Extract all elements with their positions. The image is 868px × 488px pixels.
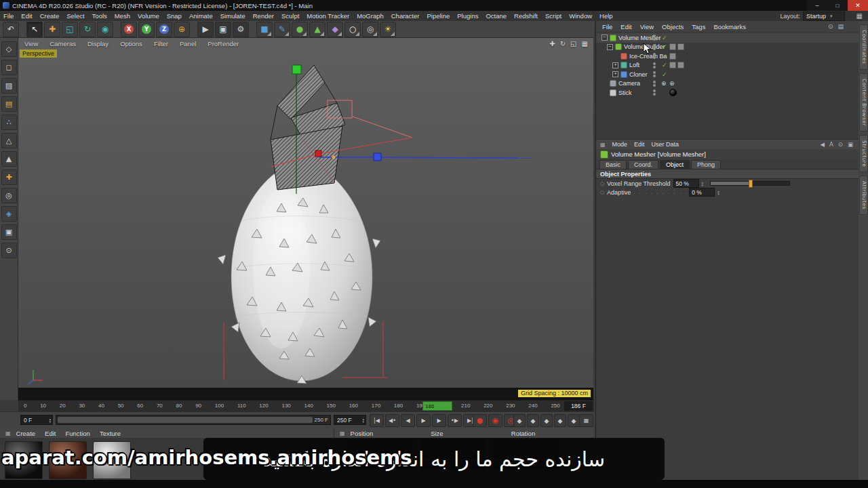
menu-item[interactable]: User Data [652,141,679,148]
record-rotation-toggle[interactable]: ◆ [540,414,553,427]
menu-item[interactable]: Plugins [457,12,478,20]
convert-object-icon[interactable]: ◇ [1,41,17,57]
playback-settings-button[interactable]: ▦ [579,414,593,427]
y-axis-lock[interactable]: Y [138,22,155,37]
coordinate-system-toggle[interactable]: ⊕ [174,22,190,37]
menu-item[interactable]: Motion Tracker [307,12,349,20]
collapse-icon[interactable] [607,44,613,50]
menu-item[interactable]: Window [569,12,592,20]
y-axis-grab-cube[interactable] [292,65,301,74]
workplane-lock-icon[interactable]: ▣ [1,224,17,240]
tag-icons[interactable] [669,53,676,60]
rotate-tool[interactable]: ↻ [79,22,96,37]
search-icon[interactable]: ⊙ [828,23,833,30]
object-row[interactable]: Ice-Cream Ba [596,52,859,61]
visibility-toggles[interactable] [653,71,656,77]
collapse-icon[interactable] [601,35,608,41]
menu-item[interactable]: Mesh [115,12,130,20]
menu-item[interactable]: Objects [662,23,684,30]
object-properties-header[interactable]: Object Properties [596,169,859,179]
enabled-check-icon[interactable] [662,71,667,78]
3d-viewport[interactable]: ViewCamerasDisplayOptionsFilterPanelProR… [18,38,593,400]
menu-item[interactable]: Tools [92,12,107,20]
viewport-solo-icon[interactable]: ◎ [1,188,17,203]
current-frame-field[interactable]: 186 F [564,401,593,411]
start-frame-field[interactable]: 0 F [20,415,53,425]
object-row[interactable]: Stick [596,88,859,98]
expand-icon[interactable] [612,71,618,77]
dock-tab[interactable]: Coordinates [859,24,868,70]
menu-item[interactable]: File [3,12,14,20]
range-handle[interactable] [58,417,313,423]
close-button[interactable]: ✕ [848,0,868,11]
lock-icon[interactable]: ⊙ [1,243,17,258]
generators-menu[interactable]: ▲ [309,22,326,37]
menu-item[interactable]: Select [66,12,84,20]
viewport-menu-item[interactable]: Cameras [50,40,76,47]
object-row[interactable]: Camera [596,79,859,89]
menu-item[interactable]: Mode [612,141,628,148]
dock-tab[interactable]: Content Browser [859,73,868,131]
timeline-ruler[interactable]: 0102030405060708090100110120130140150160… [18,400,594,411]
scale-tool[interactable]: ◱ [62,22,78,37]
undo-icon[interactable]: ↶ [3,22,19,37]
camera-view-label[interactable]: Perspective [20,49,57,58]
menu-item[interactable]: Texture [100,430,121,437]
prev-frame-button[interactable]: ◀ [401,414,415,427]
menu-item[interactable]: MoGraph [357,12,384,20]
menu-item[interactable]: Edit [634,141,645,148]
next-key-button[interactable]: •▶ [448,414,462,427]
record-position-toggle[interactable]: ◆ [513,414,526,427]
viewport-menu-item[interactable]: View [24,40,38,47]
polygons-mode-icon[interactable]: ▲ [1,151,17,167]
menu-item[interactable]: Render [253,12,274,20]
minimize-button[interactable]: – [807,0,827,11]
lock-icon[interactable]: ▣ [848,141,853,148]
layout-select[interactable]: Startup [803,12,845,21]
dock-tab[interactable]: Attributes [859,176,868,215]
enabled-check-icon[interactable] [662,53,667,60]
x-axis-lock[interactable]: X [121,22,137,37]
menu-item[interactable]: Edit [45,430,56,437]
record-keyframe-button[interactable]: ● [473,414,487,427]
move-tool[interactable]: ✚ [44,22,60,37]
keyframe-dot-icon[interactable] [600,190,604,195]
z-axis-grab-cube[interactable] [374,153,381,161]
orbit-view-icon[interactable]: ↻ [560,40,566,47]
spinner-control[interactable] [702,181,704,186]
spline-pen-menu[interactable]: ✎ [274,22,290,37]
object-row[interactable]: Volume Builder [596,43,859,52]
viewport-menu-item[interactable]: Filter [154,40,168,47]
autokey-button[interactable]: ◉ [488,414,502,427]
visibility-toggles[interactable] [653,53,656,59]
tab-object[interactable]: Object [660,160,690,169]
viewport-menu-item[interactable]: Panel [180,40,196,47]
visibility-toggles[interactable] [653,89,656,96]
live-selection-tool[interactable]: ↖ [26,22,43,37]
tag-icons[interactable] [669,62,684,68]
maximize-button[interactable]: □ [827,0,848,11]
history-back-icon[interactable]: ◀ [820,141,825,148]
enabled-check-icon[interactable] [662,43,667,50]
spinner-control[interactable] [717,190,719,195]
camera-target-icon[interactable] [661,80,667,87]
play-button[interactable]: ▶ [416,414,431,427]
menu-item[interactable]: Create [16,430,36,437]
tag-icons[interactable] [669,43,684,50]
object-row[interactable]: Cloner [596,70,859,79]
menu-item[interactable]: Snap [167,12,182,20]
camera-objects-menu[interactable]: ◎ [362,22,378,37]
menu-item[interactable]: Animate [189,12,213,20]
zoom-view-icon[interactable]: ◱ [570,40,576,47]
expand-icon[interactable] [612,62,618,68]
menu-item[interactable]: Simulate [220,12,245,20]
menu-item[interactable]: Tags [692,23,705,30]
camera-protection-icon[interactable] [669,80,675,87]
z-axis-lock[interactable]: Z [156,22,172,37]
menu-item[interactable]: Bookmarks [713,23,746,30]
light-objects-menu[interactable]: ☀ [380,22,396,37]
adaptive-field[interactable]: 0 % [689,188,715,197]
object-name[interactable]: Cloner [629,71,648,78]
tab-basic[interactable]: Basic [599,160,627,169]
menu-item[interactable]: Edit [21,12,32,20]
